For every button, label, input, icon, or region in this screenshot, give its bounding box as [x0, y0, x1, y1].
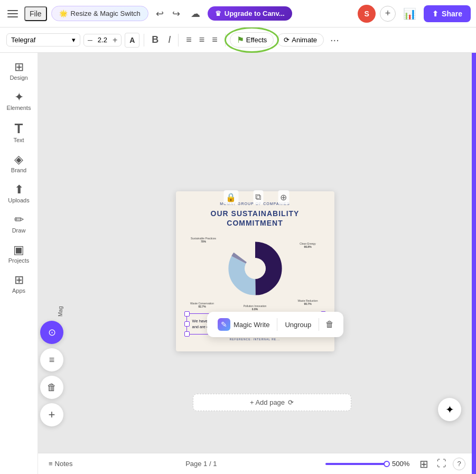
- share-button[interactable]: ⬆ Share: [424, 5, 471, 22]
- text-color-label: A: [129, 36, 135, 44]
- align-right-button[interactable]: ≡: [209, 31, 221, 49]
- effects-button[interactable]: ⚑ Effects: [230, 32, 274, 48]
- chart-label-waste-reduction: Waste Reduction90.7%: [292, 299, 324, 305]
- brand-icon: ◈: [14, 154, 23, 165]
- svg-point-3: [245, 258, 266, 279]
- add-page-button[interactable]: + Add page ⟳: [193, 394, 351, 411]
- user-avatar[interactable]: S: [358, 5, 376, 23]
- delete-button[interactable]: 🗑: [321, 316, 338, 333]
- add-page-label: + Add page: [250, 398, 285, 406]
- more-options-button[interactable]: ···: [327, 31, 342, 49]
- undo-redo-group: ↩ ↪: [153, 5, 183, 23]
- magic-write-button[interactable]: ✎ Magic Write: [212, 315, 275, 334]
- zoom-thumb[interactable]: [384, 461, 390, 467]
- add-collaborator-button[interactable]: +: [380, 6, 396, 22]
- draw-icon: ✏: [14, 214, 24, 226]
- chart-label-waste-conservation: Waste Conservation82.7%: [186, 302, 218, 308]
- zoom-slider: 500%: [325, 460, 413, 468]
- sidebar-label-brand: Brand: [11, 167, 26, 173]
- top-toolbar: File 🌟 Resize & Magic Switch ↩ ↪ ☁ ♛ Upg…: [0, 0, 476, 27]
- grid-view-button[interactable]: ⊞: [417, 456, 431, 472]
- share-label: Share: [442, 10, 462, 18]
- zoom-track[interactable]: [325, 463, 389, 465]
- ungroup-button[interactable]: Ungroup: [279, 318, 316, 332]
- format-divider-2: [178, 34, 179, 47]
- font-size-decrease[interactable]: –: [86, 35, 94, 45]
- upgrade-crown-icon: ♛: [215, 10, 221, 17]
- page-indicator: Page 1 / 1: [185, 460, 217, 468]
- sidebar-item-brand[interactable]: ◈ Brand: [1, 150, 37, 178]
- font-dropdown-icon: ▾: [72, 36, 76, 44]
- elements-icon: ✦: [14, 91, 24, 103]
- sidebar-label-apps: Apps: [12, 287, 25, 294]
- notes-button[interactable]: ≡ Notes: [44, 458, 77, 470]
- effects-flag-icon: ⚑: [237, 35, 244, 45]
- design-icon: ⊞: [14, 61, 24, 73]
- bottom-float-tools: Mag ⊙ ≡ 🗑 +: [40, 301, 63, 426]
- text-color-button[interactable]: A: [125, 33, 139, 48]
- file-menu[interactable]: File: [24, 6, 47, 21]
- bold-button[interactable]: B: [148, 31, 162, 49]
- add-page-refresh-icon: ⟳: [288, 398, 294, 406]
- italic-button[interactable]: I: [165, 31, 174, 49]
- resize-magic-button[interactable]: 🌟 Resize & Magic Switch: [51, 6, 148, 21]
- undo-button[interactable]: ↩: [153, 5, 167, 23]
- float-tool-3[interactable]: 🗑: [40, 376, 63, 399]
- text-icon: T: [15, 122, 23, 135]
- duplicate-icon[interactable]: ⧉: [253, 190, 263, 205]
- handle-bottom-left[interactable]: [184, 331, 190, 337]
- handle-middle-left[interactable]: [184, 321, 190, 327]
- resize-magic-label: Resize & Magic Switch: [71, 10, 141, 17]
- redo-button[interactable]: ↪: [169, 5, 183, 23]
- notes-icon: ≡: [49, 460, 53, 468]
- document-title: OUR SUSTAINABILITYCOMMITMENT: [186, 209, 324, 228]
- zoom-level: 500%: [392, 460, 413, 468]
- font-selector[interactable]: Telegraf ▾: [6, 33, 80, 47]
- format-toolbar: Telegraf ▾ – 2.2 + A B I ≡ ≡ ≡ ⚑ Effects…: [0, 27, 476, 53]
- bottom-status-bar: ≡ Notes Page 1 / 1 500% ⊞ ⛶ ?: [38, 453, 472, 474]
- canvas-content[interactable]: 🔒 ⧉ ⊕ MOMAY GROUP OF COMPANIES OUR SUSTA…: [38, 53, 472, 453]
- resize-magic-emoji: 🌟: [59, 10, 68, 17]
- sidebar-item-projects[interactable]: ▣ Projects: [1, 240, 37, 268]
- hamburger-menu[interactable]: [5, 8, 20, 20]
- format-divider-1: [144, 34, 144, 47]
- font-size-increase[interactable]: +: [111, 35, 119, 45]
- sidebar-item-apps[interactable]: ⊞ Apps: [1, 270, 37, 298]
- float-tool-add[interactable]: +: [40, 403, 63, 426]
- font-size-value: 2.2: [95, 36, 110, 44]
- add-section-icon[interactable]: ⊕: [278, 190, 289, 205]
- share-icon: ⬆: [432, 10, 438, 18]
- align-center-button[interactable]: ≡: [196, 31, 208, 49]
- sidebar-item-draw[interactable]: ✏ Draw: [1, 210, 37, 238]
- float-tool-1[interactable]: ⊙: [40, 321, 63, 344]
- format-divider-3: [225, 34, 226, 47]
- float-tool-2[interactable]: ≡: [40, 348, 63, 371]
- font-size-control: – 2.2 +: [83, 34, 122, 47]
- analytics-button[interactable]: 📊: [400, 4, 419, 23]
- sidebar-label-uploads: Uploads: [8, 197, 29, 203]
- fullscreen-button[interactable]: ⛶: [435, 456, 449, 471]
- apps-icon: ⊞: [14, 274, 24, 286]
- align-left-button[interactable]: ≡: [183, 31, 195, 49]
- upgrade-label: Upgrade to Canv...: [225, 10, 285, 17]
- effects-highlight-circle: ⚑ Effects: [230, 32, 274, 48]
- effects-label: Effects: [246, 36, 267, 44]
- sidebar-item-elements[interactable]: ✦ Elements: [1, 87, 37, 115]
- cloud-save-button[interactable]: ☁: [188, 5, 203, 23]
- chart-label-clean-energy: Clean Energy66.8%: [292, 242, 324, 248]
- lock-icon[interactable]: 🔒: [223, 190, 238, 205]
- sidebar-label-text: Text: [13, 137, 24, 143]
- sidebar-item-design[interactable]: ⊞ Design: [1, 57, 37, 85]
- upgrade-button[interactable]: ♛ Upgrade to Canv...: [208, 6, 292, 21]
- context-menu: ✎ Magic Write Ungroup 🗑: [207, 312, 343, 337]
- sparkle-button[interactable]: ✦: [438, 398, 461, 421]
- animate-button[interactable]: ⟳ Animate: [277, 33, 324, 47]
- sidebar-item-uploads[interactable]: ⬆ Uploads: [1, 180, 37, 208]
- notes-label: Notes: [55, 460, 73, 468]
- alignment-buttons: ≡ ≡ ≡: [183, 31, 221, 49]
- sidebar-item-text[interactable]: T Text: [1, 117, 37, 147]
- mag-label: Mag: [40, 301, 63, 317]
- canvas-area: 🔒 ⧉ ⊕ MOMAY GROUP OF COMPANIES OUR SUSTA…: [38, 53, 472, 474]
- help-button[interactable]: ?: [453, 458, 465, 470]
- handle-top-left[interactable]: [184, 311, 190, 317]
